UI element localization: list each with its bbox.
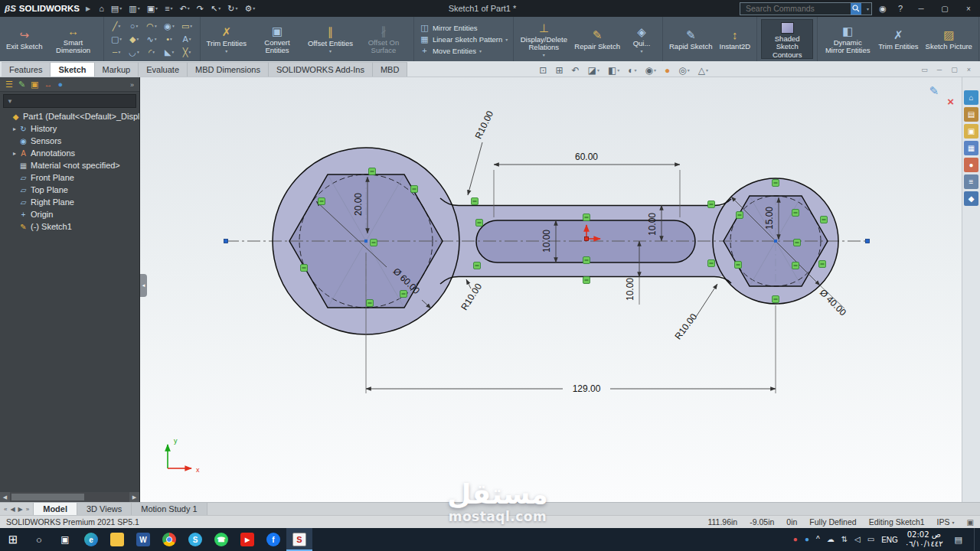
sketch-entity-tool-4[interactable]: ▭▾ [178,20,196,33]
tab-mbd-dimensions[interactable]: MBD Dimensions [188,62,269,77]
confirmation-corner-accept-icon[interactable]: ✎ [929,84,939,98]
menu-expand-arrow-icon[interactable]: ▶ [86,5,90,12]
dimension-text[interactable]: R10.00 [473,109,496,140]
login-account-icon[interactable]: ◉ [876,4,890,14]
scrollbar-thumb[interactable] [11,494,84,500]
tab-mbd[interactable]: MBD [373,62,407,77]
dimension-text[interactable]: Ø 40.00 [818,287,848,318]
expand-arrow-icon[interactable]: ▸ [11,126,18,132]
sketch-relation-icon[interactable] [369,168,376,175]
sketch-endpoint[interactable] [224,240,228,243]
tree-item-front[interactable]: ▱Front Plane [0,171,139,184]
scroll-left-icon[interactable]: ◀ [0,494,10,500]
sketch-entity-tool-11[interactable]: ◡▾ [126,46,143,59]
panel-expand-chevron-icon[interactable]: » [130,81,134,89]
mirror-entities-button[interactable]: ◫ Mirror Entities [418,23,509,33]
tray-app-red-icon[interactable]: ● [793,536,798,543]
dimension-text[interactable]: 20.00 [353,193,364,216]
sketch-relation-icon[interactable] [474,262,481,269]
unit-system-selector[interactable]: IPS ▾ [937,517,955,527]
show-desktop-button[interactable] [974,528,978,551]
graphics-area[interactable]: 60.00 129.00 20.00 Ø 60.00 10.00 10.00 [140,77,962,502]
new-document-button[interactable]: ▤▾ [109,4,124,14]
section-view-button[interactable]: ◪▾ [588,66,599,75]
tab-sketch[interactable]: Sketch [51,62,94,77]
close-button[interactable]: × [959,0,978,17]
open-button[interactable]: ▥▾ [126,4,142,14]
dimension-r10-bottom-left[interactable]: R10.00 [459,279,484,312]
youtube-icon[interactable]: ▶ [234,528,260,551]
tab-scroll-icon[interactable]: « [4,506,7,513]
action-center-icon[interactable]: ▤ [950,535,967,545]
battery-icon[interactable]: ▭ [867,536,874,543]
task-pane-home-icon[interactable]: ⌂ [964,90,978,105]
sketch-relation-icon[interactable] [821,217,828,223]
hidden-icons-chevron[interactable]: ^ [816,536,820,543]
appearances-scenes-icon[interactable]: ● [964,158,978,172]
print-button[interactable]: ≡▾ [162,4,175,14]
language-indicator[interactable]: ENG [881,536,898,544]
sketch-relation-icon[interactable] [367,300,374,307]
sketch-entity-tool-6[interactable]: ◆▾ [126,33,143,46]
displaymanager-tab[interactable]: ● [58,80,64,89]
sketch-relation-icon[interactable] [583,214,590,221]
maximize-button[interactable]: ▢ [935,0,955,17]
tree-item-annotations[interactable]: ▸AAnnotations [0,147,139,159]
sketch-relation-icon[interactable] [773,180,779,187]
tab-evaluate[interactable]: Evaluate [139,62,188,77]
volume-icon[interactable]: ◁ [854,536,861,543]
repair-sketch-button[interactable]: ✎ Repair Sketch [572,28,622,51]
sketch-entity-tool-1[interactable]: ○▾ [126,20,143,33]
dynamic-mirror-entities-button[interactable]: ◧ Dynamic Mirror Entities [822,24,874,55]
tree-filter-box[interactable]: ▼ [3,94,136,108]
sketch-relation-icon[interactable] [737,212,743,219]
rapid-sketch-button[interactable]: ✎ Rapid Sketch [667,28,715,51]
sketch-relation-icon[interactable] [472,198,479,205]
previous-view-button[interactable]: ↶ [571,66,579,75]
tree-item-[interactable]: ✎(-) Sketch1 [0,220,139,233]
sketch-relation-icon[interactable] [476,220,483,227]
sketch-relation-icon[interactable] [819,261,826,268]
dimxpertmanager-tab[interactable]: ↔ [44,80,53,89]
tree-item-sensors[interactable]: ◉Sensors [0,135,139,147]
minimize-button[interactable]: ─ [911,0,931,17]
convert-entities-button[interactable]: ▣ Convert Entities [251,24,303,55]
solidworks-taskbar-icon[interactable]: S [286,528,312,551]
caret-icon[interactable]: ▾ [479,48,482,54]
sketch-entity-tool-14[interactable]: ╳▾ [178,46,196,59]
sketch-relation-icon[interactable] [708,260,715,267]
featuremanager-tree-tab[interactable]: ☰ [5,80,13,89]
display-style-button[interactable]: ◐▾ [628,66,636,75]
sketch-origin-point[interactable] [585,237,589,241]
file-explorer-icon[interactable]: ▣ [964,124,978,139]
dimension-r10-bottom-right[interactable]: R10.00 [673,284,717,341]
sketch-relation-icon[interactable] [371,240,377,246]
sketch-relation-icon[interactable] [583,257,590,264]
tab-solidworks-add-ins[interactable]: SOLIDWORKS Add-Ins [269,62,373,77]
tree-item-origin[interactable]: +Origin [0,208,139,220]
exit-sketch-button[interactable]: ↪ Exit Sketch [4,28,45,51]
search-icon[interactable] [851,3,861,15]
sketch-relation-icon[interactable] [794,240,801,246]
sketch-relation-icon[interactable] [400,291,407,298]
tab-scroll-icon[interactable]: » [26,506,29,513]
sketch-relation-icon[interactable] [583,277,590,284]
dimension-text[interactable]: 129.00 [573,383,601,394]
clock[interactable]: 02:02 ص ٠٦/١٠/١٤٤٢ [905,530,943,549]
rebuild-button[interactable]: ↻▾ [225,4,240,14]
sketch-canvas[interactable]: 60.00 129.00 20.00 Ø 60.00 10.00 10.00 [140,77,962,502]
dimension-text[interactable]: R10.00 [673,311,700,342]
sketch-entity-tool-3[interactable]: ◉▾ [161,20,178,33]
help-icon[interactable]: ? [893,4,907,13]
sketch-entity-tool-9[interactable]: A▾ [178,33,196,46]
tree-item-part1[interactable]: ◆Part1 (Default<<Default>_Display S [0,110,139,122]
tree-item-top[interactable]: ▱Top Plane [0,184,139,196]
view-palette-icon[interactable]: ▦ [964,141,978,155]
caret-icon[interactable]: ▾ [505,37,508,42]
options-gear-button[interactable]: ⚙▾ [242,4,257,14]
file-explorer-taskbar-icon[interactable] [104,528,130,551]
quick-snaps-button[interactable]: ◈ Qui... [625,24,658,54]
tree-filter-input[interactable] [16,96,132,106]
sketch-picture-button[interactable]: ▨ Sketch Picture [923,28,975,51]
tab-markup[interactable]: Markup [95,62,139,77]
